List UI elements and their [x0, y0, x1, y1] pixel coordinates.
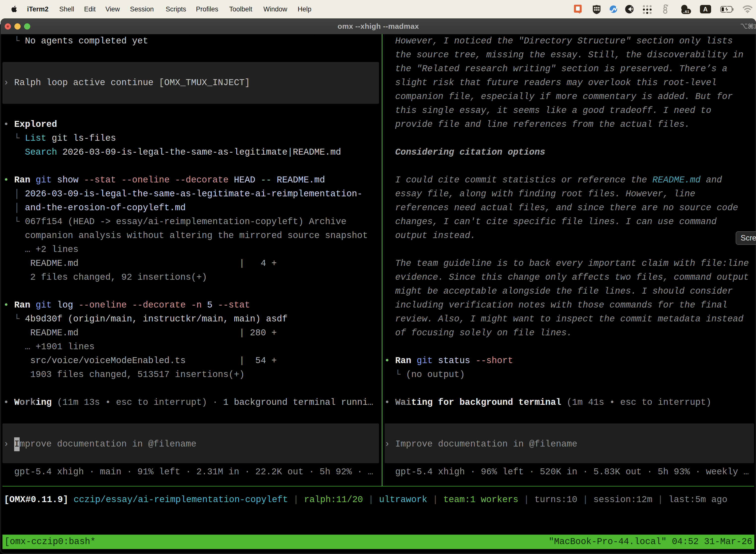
- svg-text:A: A: [703, 6, 708, 13]
- svg-text:..61: ..61: [683, 9, 689, 14]
- svg-text:1: 1: [754, 23, 756, 30]
